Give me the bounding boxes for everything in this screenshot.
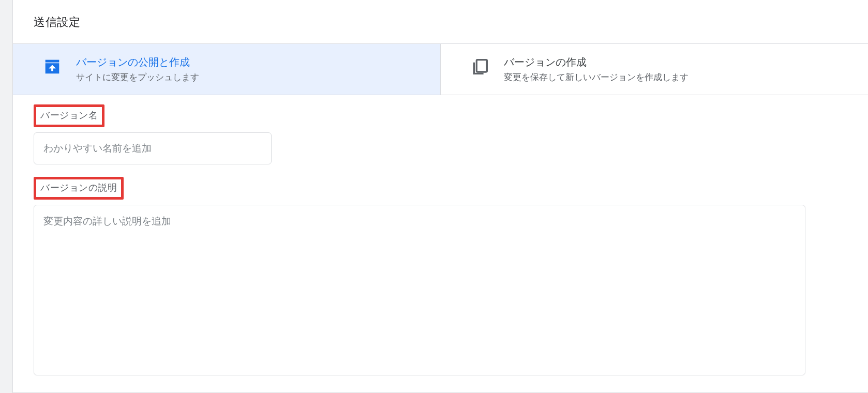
publish-icon <box>42 56 63 77</box>
publish-option-row: バージョンの公開と作成 サイトに変更をプッシュします バージョンの作成 変更を保… <box>13 43 868 95</box>
version-desc-label: バージョンの説明 <box>34 177 124 200</box>
option-publish-desc: サイトに変更をプッシュします <box>76 72 199 83</box>
svg-rect-0 <box>476 60 487 72</box>
option-create-texts: バージョンの作成 変更を保存して新しいバージョンを作成します <box>504 55 689 83</box>
submission-settings-card: 送信設定 バージョンの公開と作成 サイトに変更をプッシュします <box>12 0 868 393</box>
option-create-version[interactable]: バージョンの作成 変更を保存して新しいバージョンを作成します <box>440 44 868 95</box>
option-create-desc: 変更を保存して新しいバージョンを作成します <box>504 72 689 83</box>
option-publish-title: バージョンの公開と作成 <box>76 55 199 69</box>
version-name-label: バージョン名 <box>34 104 104 127</box>
option-create-title: バージョンの作成 <box>504 55 689 69</box>
version-name-label-wrap: バージョン名 <box>34 104 847 127</box>
version-desc-block: バージョンの説明 <box>34 177 847 377</box>
version-name-block: バージョン名 <box>34 104 847 164</box>
version-desc-label-wrap: バージョンの説明 <box>34 177 847 200</box>
section-title: 送信設定 <box>13 0 868 43</box>
option-publish-texts: バージョンの公開と作成 サイトに変更をプッシュします <box>76 55 199 83</box>
option-publish-and-create[interactable]: バージョンの公開と作成 サイトに変更をプッシュします <box>13 44 440 95</box>
version-name-input[interactable] <box>34 132 272 164</box>
copy-icon <box>470 56 490 77</box>
form-area: バージョン名 バージョンの説明 <box>13 95 868 377</box>
version-desc-input[interactable] <box>34 205 805 375</box>
